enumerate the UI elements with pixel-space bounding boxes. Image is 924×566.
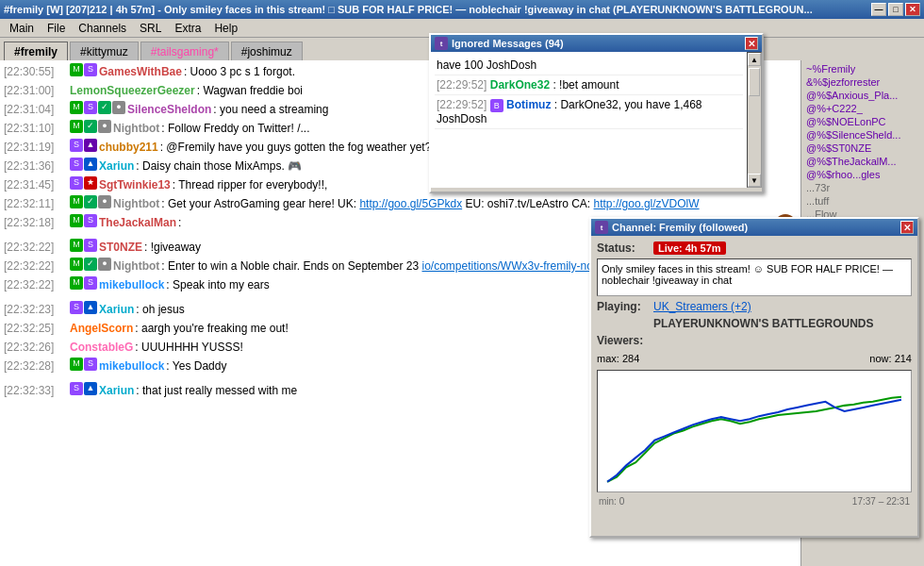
status-badge: Live: 4h 57m xyxy=(653,241,726,255)
chart-labels: min: 0 17:37 – 22:31 xyxy=(597,496,912,507)
mod-icon: M xyxy=(70,214,83,227)
mod-icon: M xyxy=(70,258,83,271)
username[interactable]: LemonSqueezerGeezer xyxy=(70,82,195,99)
chat-icons: M S xyxy=(70,276,97,290)
ignored-scrollbar[interactable]: ▲ ▼ xyxy=(747,52,762,188)
menu-srl[interactable]: SRL xyxy=(134,20,167,37)
chat-time: [22:32:22] xyxy=(4,258,68,275)
user-list-item[interactable]: @%$rhoo...gles xyxy=(803,168,922,181)
playing-label: Playing: xyxy=(597,300,653,313)
minimize-button[interactable]: — xyxy=(871,3,886,16)
viewers-max: max: 284 xyxy=(597,353,639,364)
chat-time: [22:32:26] xyxy=(4,339,68,356)
chat-time: [22:30:55] xyxy=(4,63,68,80)
chat-message: : Get your AstroGaming gear here! UK: ht… xyxy=(161,195,797,212)
username[interactable]: Nightbot xyxy=(113,195,159,212)
username[interactable]: mikebullock xyxy=(99,276,164,293)
ignored-username[interactable]: DarkOne32 xyxy=(490,78,550,92)
chat-link[interactable]: http://goo.gl/5GPkdx xyxy=(359,197,462,210)
ignored-message: [22:29:52] DarkOne32 : !bet amount xyxy=(435,75,743,95)
user-list-item[interactable]: @%$SilenceSheld... xyxy=(803,128,922,142)
chat-time: [22:32:22] xyxy=(4,239,68,256)
chat-time: [22:31:10] xyxy=(4,120,68,137)
username[interactable]: mikebullock xyxy=(99,358,164,375)
ignored-text: : !bet amount xyxy=(553,78,619,92)
scroll-up-button[interactable]: ▲ xyxy=(748,53,761,66)
user-list-item[interactable]: &%$jezforrester xyxy=(803,75,922,89)
user-list-item[interactable]: @%$Anxious_Pla... xyxy=(803,89,922,102)
user-list-item[interactable]: @%$NOELonPC xyxy=(803,115,922,128)
badge-icon: ▲ xyxy=(84,382,97,395)
username[interactable]: Nightbot xyxy=(113,120,159,137)
chat-icons: M ✓ ● xyxy=(70,258,111,271)
bot-icon: B xyxy=(490,99,503,112)
username[interactable]: TheJackalMan xyxy=(99,214,176,231)
user-list-item[interactable]: ~%Fremily xyxy=(803,62,922,75)
scroll-thumb[interactable] xyxy=(749,68,760,96)
menu-help[interactable]: Help xyxy=(208,20,243,37)
menu-main[interactable]: Main xyxy=(4,20,40,37)
scroll-down-button[interactable]: ▼ xyxy=(748,174,761,187)
viewers-stats: max: 284 now: 214 xyxy=(597,351,912,366)
playing-link[interactable]: UK_Streamers (+2) xyxy=(653,300,751,313)
ignored-text: have 100 JoshDosh xyxy=(437,58,536,72)
twitch-icon: t xyxy=(435,37,448,50)
menu-extra[interactable]: Extra xyxy=(169,20,206,37)
channel-close-button[interactable]: ✕ xyxy=(900,221,914,234)
sub-icon: S xyxy=(84,358,97,371)
ignored-window-title: t Ignored Messages (94) ✕ xyxy=(431,35,762,52)
username[interactable]: Xariun xyxy=(99,382,134,399)
username[interactable]: ConstableG xyxy=(70,339,133,356)
ignored-time: [22:29:52] xyxy=(437,78,490,92)
chat-icons: M S xyxy=(70,239,97,252)
channel-body: Status: Live: 4h 57m Only smiley faces i… xyxy=(591,236,917,512)
viewers-label: Viewers: xyxy=(597,334,653,347)
username[interactable]: Xariun xyxy=(99,301,134,318)
user-list-item[interactable]: @%+C222_ xyxy=(803,102,922,115)
sub-icon: S xyxy=(70,176,83,190)
tab-tailsgaming[interactable]: #tailsgaming* xyxy=(140,42,229,60)
username[interactable]: SgtTwinkie13 xyxy=(99,176,171,193)
tab-joshimuz[interactable]: #joshimuz xyxy=(231,42,303,60)
badge-icon: ★ xyxy=(84,176,97,190)
chat-icons: M ✓ ● xyxy=(70,120,111,133)
user-list-item[interactable]: @%$TheJackalM... xyxy=(803,155,922,168)
chat-time: [22:31:04] xyxy=(4,101,68,118)
ignored-username[interactable]: Botimuz xyxy=(506,98,551,111)
maximize-button[interactable]: □ xyxy=(888,3,903,16)
chat-time: [22:32:22] xyxy=(4,276,68,293)
tab-fremily[interactable]: #fremily xyxy=(4,42,68,60)
viewers-now: now: 214 xyxy=(869,353,912,364)
close-button[interactable]: ✕ xyxy=(905,3,920,16)
tab-kittymuz[interactable]: #kittymuz xyxy=(70,42,139,60)
user-list-item[interactable]: ...73r xyxy=(803,181,922,194)
user-list-item[interactable]: @%$ST0NZE xyxy=(803,142,922,155)
username[interactable]: chubby211 xyxy=(99,139,158,156)
username[interactable]: Xariun xyxy=(99,158,134,175)
username[interactable]: Nightbot xyxy=(113,258,159,275)
menu-channels[interactable]: Channels xyxy=(73,20,132,37)
channel-info-window: t Channel: Fremily (followed) ✕ Status: … xyxy=(589,217,919,538)
channel-topic: Only smiley faces in this stream! ☺ SUB … xyxy=(597,258,912,296)
ignored-close-button[interactable]: ✕ xyxy=(745,37,758,50)
sub-icon: S xyxy=(70,158,83,171)
username[interactable]: AngelScorn xyxy=(70,320,133,337)
chat-icons: M S xyxy=(70,214,97,227)
username[interactable]: GamesWithBae xyxy=(99,63,182,80)
verified-icon: ✓ xyxy=(84,195,97,208)
chat-link2[interactable]: http://goo.gl/zVDOlW xyxy=(594,197,700,210)
game-value: PLAYERUNKNOWN'S BATTLEGROUNDS xyxy=(653,317,874,330)
title-text: #fremily [W] [207|212 | 4h 57m] - Only s… xyxy=(4,4,871,15)
chat-icons: M ✓ ● xyxy=(70,195,111,208)
sub-icon: S xyxy=(84,276,97,290)
channel-status-row: Status: Live: 4h 57m xyxy=(597,241,912,255)
user-list-item[interactable]: ...tuff xyxy=(803,194,922,208)
badge-icon: ▲ xyxy=(84,301,97,314)
chat-icons: S ▲ xyxy=(70,382,97,395)
mod-icon: M xyxy=(70,195,83,208)
sub-icon: S xyxy=(70,301,83,314)
menu-file[interactable]: File xyxy=(41,20,71,37)
username[interactable]: SilenceSheldon xyxy=(127,101,211,118)
chat-icons: S ▲ xyxy=(70,301,97,314)
username[interactable]: ST0NZE xyxy=(99,239,142,256)
